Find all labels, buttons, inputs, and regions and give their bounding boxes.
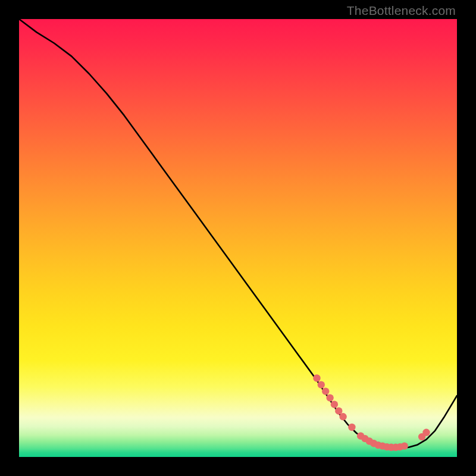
bottleneck-curve — [19, 19, 457, 448]
chart-svg — [19, 19, 457, 457]
watermark-text: TheBottleneck.com — [347, 4, 456, 18]
data-point — [326, 394, 333, 401]
data-point — [348, 424, 355, 431]
data-point-cluster — [313, 374, 430, 451]
data-point — [322, 387, 329, 394]
data-point — [313, 374, 320, 381]
gradient-plot-area — [19, 19, 457, 457]
data-point — [331, 401, 338, 408]
chart-frame: TheBottleneck.com — [0, 0, 476, 476]
data-point — [339, 413, 346, 420]
data-point — [318, 381, 325, 388]
data-point — [422, 429, 430, 436]
data-point — [401, 442, 408, 449]
